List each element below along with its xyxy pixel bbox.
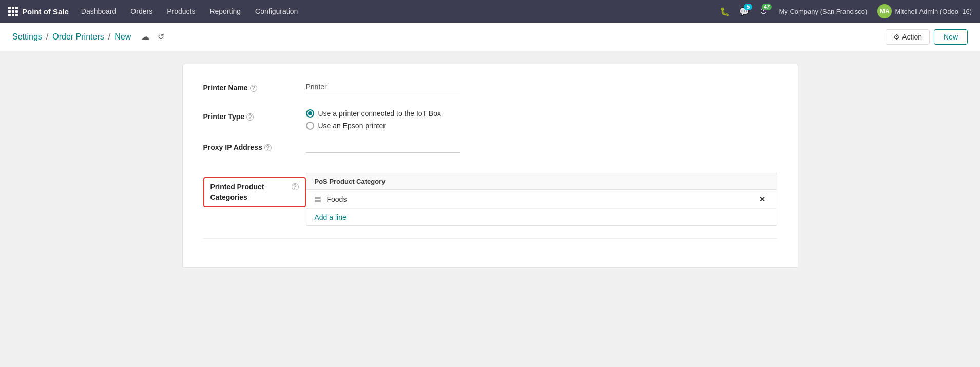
printed-categories-label-wrapper: Printed Product Categories ? <box>203 173 306 207</box>
app-logo[interactable]: Point of Sale <box>4 7 73 16</box>
user-name: Mitchell Admin (Odoo_16) <box>895 8 972 15</box>
messages-badge: 5 <box>744 4 752 10</box>
printed-categories-help-icon[interactable]: ? <box>292 183 299 190</box>
radio-epson[interactable]: Use an Epson printer <box>306 122 777 130</box>
nav-configuration[interactable]: Configuration <box>249 0 304 23</box>
printer-type-radio-group: Use a printer connected to the IoT Box U… <box>306 109 777 130</box>
printed-categories-field: PoS Product Category Foods ✕ Add a line <box>306 173 777 226</box>
breadcrumb-bar: Settings / Order Printers / New ☁ ↺ ⚙ Ac… <box>0 23 980 51</box>
row-category-name: Foods <box>327 195 750 203</box>
radio-iot-box[interactable]: Use a printer connected to the IoT Box <box>306 109 777 118</box>
company-name[interactable]: My Company (San Francisco) <box>775 8 871 15</box>
proxy-ip-input[interactable] <box>306 140 460 153</box>
new-button[interactable]: New <box>934 29 968 45</box>
nav-products[interactable]: Products <box>161 0 201 23</box>
proxy-ip-field <box>306 140 777 153</box>
printer-type-row: Printer Type ? Use a printer connected t… <box>203 109 777 130</box>
printer-name-help-icon[interactable]: ? <box>250 85 257 92</box>
avatar: MA <box>877 4 892 18</box>
breadcrumb-current: New <box>114 32 131 42</box>
nav-reporting[interactable]: Reporting <box>203 0 247 23</box>
form-card: Printer Name ? Printer Type ? Use a prin… <box>182 64 798 268</box>
printer-type-label: Printer Type ? <box>203 109 306 121</box>
breadcrumb-order-printers[interactable]: Order Printers <box>52 32 104 42</box>
proxy-ip-help-icon[interactable]: ? <box>264 144 272 151</box>
radio-iot-label: Use a printer connected to the IoT Box <box>318 109 441 118</box>
category-table: PoS Product Category Foods ✕ Add a line <box>306 173 777 226</box>
clock-button[interactable]: ⏱ 47 <box>755 3 773 20</box>
action-label: Action <box>902 33 922 41</box>
app-name: Point of Sale <box>22 7 69 16</box>
printer-name-label: Printer Name ? <box>203 81 306 92</box>
bottom-divider <box>203 238 777 239</box>
breadcrumb-sep-1: / <box>46 32 48 42</box>
clock-badge: 47 <box>762 4 772 10</box>
proxy-ip-row: Proxy IP Address ? <box>203 140 777 159</box>
action-button[interactable]: ⚙ Action <box>886 29 930 45</box>
printer-type-field: Use a printer connected to the IoT Box U… <box>306 109 777 130</box>
table-row: Foods ✕ <box>306 190 777 209</box>
breadcrumb-actions: ☁ ↺ <box>139 30 166 44</box>
upload-icon: ☁ <box>141 32 149 42</box>
printed-categories-label: Printed Product Categories ? <box>203 177 306 207</box>
top-navigation: Point of Sale Dashboard Orders Products … <box>0 0 980 23</box>
proxy-ip-label: Proxy IP Address ? <box>203 140 306 151</box>
right-actions: ⚙ Action New <box>886 29 968 45</box>
table-header: PoS Product Category <box>306 173 777 190</box>
bug-button[interactable]: 🐛 <box>716 3 734 20</box>
add-line-button[interactable]: Add a line <box>306 209 777 225</box>
delete-row-button[interactable]: ✕ <box>756 194 768 204</box>
radio-epson-label: Use an Epson printer <box>318 122 386 130</box>
bug-icon: 🐛 <box>720 7 730 16</box>
nav-dashboard[interactable]: Dashboard <box>75 0 123 23</box>
radio-epson-circle <box>306 122 314 130</box>
user-menu[interactable]: MA Mitchell Admin (Odoo_16) <box>873 4 976 18</box>
discard-button[interactable]: ↺ <box>156 30 166 44</box>
nav-orders[interactable]: Orders <box>124 0 159 23</box>
nav-icon-group: 🐛 💬 5 ⏱ 47 <box>716 3 773 20</box>
printer-name-input[interactable] <box>306 81 460 93</box>
printer-name-field <box>306 81 777 93</box>
main-content: Printer Name ? Printer Type ? Use a prin… <box>0 51 980 367</box>
refresh-icon: ↺ <box>158 32 164 42</box>
breadcrumb-settings[interactable]: Settings <box>12 32 42 42</box>
radio-iot-circle <box>306 109 314 118</box>
upload-button[interactable]: ☁ <box>139 30 151 44</box>
gear-icon: ⚙ <box>893 33 900 41</box>
printer-type-help-icon[interactable]: ? <box>246 113 254 121</box>
messages-button[interactable]: 💬 5 <box>736 3 753 20</box>
grid-icon <box>8 7 18 16</box>
drag-handle[interactable] <box>315 197 321 202</box>
breadcrumb-sep-2: / <box>108 32 110 42</box>
printer-name-row: Printer Name ? <box>203 81 777 99</box>
printed-categories-row: Printed Product Categories ? PoS Product… <box>203 173 777 226</box>
